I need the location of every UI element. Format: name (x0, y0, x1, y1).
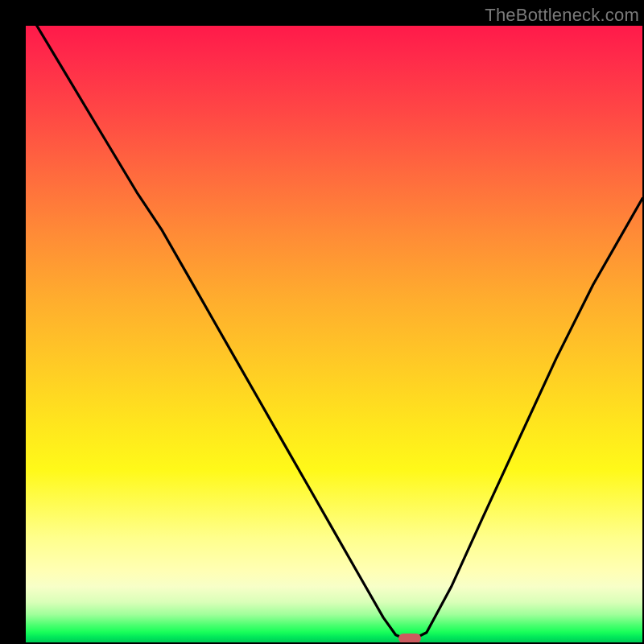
plot-area (26, 26, 642, 642)
optimal-marker (398, 634, 421, 642)
chart-frame: TheBottleneck.com (0, 0, 644, 644)
watermark-text: TheBottleneck.com (485, 5, 639, 26)
bottleneck-curve (26, 26, 642, 642)
